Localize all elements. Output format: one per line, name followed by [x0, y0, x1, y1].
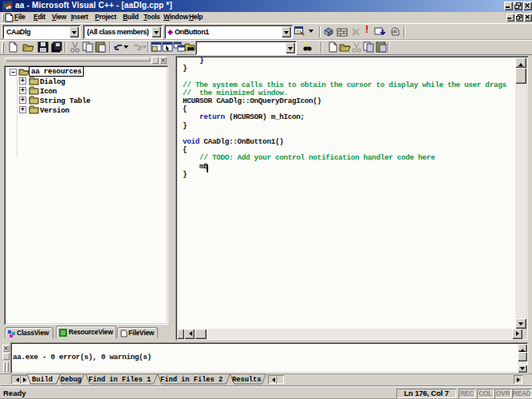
svg-text:Find in Files 2: Find in Files 2	[160, 376, 223, 384]
svg-text:Find in Files 1: Find in Files 1	[89, 376, 151, 384]
svg-text:Debug: Debug	[61, 376, 81, 384]
svg-text:Results: Results	[232, 376, 262, 384]
svg-text:Build: Build	[32, 376, 53, 384]
